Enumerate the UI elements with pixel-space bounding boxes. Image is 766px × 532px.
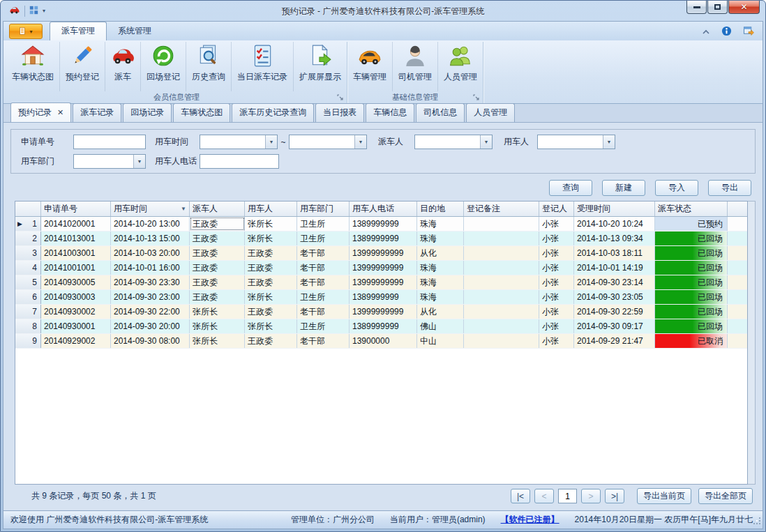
vertical-scrollbar[interactable] xyxy=(748,201,756,485)
table-cell[interactable]: 2014-10-20 10:24 xyxy=(574,217,655,231)
window-switch-icon[interactable] xyxy=(743,26,754,38)
table-cell[interactable]: 张所长 xyxy=(190,305,245,319)
tab-personnel-management[interactable]: 人员管理 xyxy=(466,103,515,122)
close-tab-icon[interactable]: ✕ xyxy=(57,108,63,117)
history-query-button[interactable]: 历史查询 xyxy=(186,42,232,91)
table-cell[interactable]: 老干部 xyxy=(297,261,350,275)
chevron-down-icon[interactable]: ▼ xyxy=(265,135,277,149)
tab-daily-report[interactable]: 当日报表 xyxy=(315,103,364,122)
column-header[interactable]: 用车人 xyxy=(245,202,297,216)
column-header[interactable]: 登记备注 xyxy=(464,202,539,216)
row-selector-cell[interactable]: 2 xyxy=(15,231,41,245)
table-cell[interactable]: 13999999999 xyxy=(350,305,417,319)
ribbon-tab-dispatch-management[interactable]: 派车管理 xyxy=(50,22,107,40)
table-cell[interactable]: 20140930003 xyxy=(41,290,111,304)
column-header[interactable]: 用车部门 xyxy=(297,202,350,216)
table-cell[interactable]: 20140930002 xyxy=(41,305,111,319)
table-cell[interactable]: 13900000 xyxy=(350,334,417,348)
row-selector-cell[interactable]: ▶1 xyxy=(15,217,41,231)
table-cell[interactable]: 张所长 xyxy=(190,334,245,348)
use-time-to-combobox[interactable]: ▼ xyxy=(289,135,367,149)
table-cell[interactable]: 珠海 xyxy=(417,275,464,289)
dispatch-status-cell[interactable]: 已回场 xyxy=(655,246,728,260)
prev-page-button[interactable]: < xyxy=(534,489,554,503)
table-cell[interactable]: 20141020001 xyxy=(41,217,111,231)
column-header[interactable]: 派车人 xyxy=(190,202,245,216)
today-dispatch-records-button[interactable]: 当日派车记录 xyxy=(232,42,294,91)
quick-access-grid-icon[interactable] xyxy=(29,6,38,17)
table-cell[interactable]: 从化 xyxy=(417,305,464,319)
table-cell[interactable]: 王政委 xyxy=(190,217,245,231)
table-cell[interactable] xyxy=(464,261,539,275)
table-cell[interactable]: 老干部 xyxy=(297,305,350,319)
dispatch-status-cell[interactable]: 已回场 xyxy=(655,290,728,304)
ribbon-tab-system-management[interactable]: 系统管理 xyxy=(107,22,163,40)
dispatch-status-cell[interactable]: 已回场 xyxy=(655,275,728,289)
info-icon[interactable] xyxy=(721,26,732,38)
table-row[interactable]: 9201409290022014-09-30 08:00张所长王政委老干部139… xyxy=(15,334,747,349)
first-page-button[interactable]: |< xyxy=(511,489,530,503)
table-cell[interactable]: 张所长 xyxy=(190,319,245,333)
vehicle-management-button[interactable]: 车辆管理 xyxy=(347,42,393,91)
table-cell[interactable]: 张所长 xyxy=(245,217,297,231)
dispatch-status-cell[interactable]: 已预约 xyxy=(655,217,728,231)
table-cell[interactable]: 中山 xyxy=(417,334,464,348)
table-cell[interactable]: 王政委 xyxy=(190,275,245,289)
table-cell[interactable]: 1389999999 xyxy=(350,290,417,304)
dialog-launcher-icon[interactable] xyxy=(473,94,480,101)
table-cell[interactable]: 1389999999 xyxy=(350,231,417,245)
table-cell[interactable]: 卫生所 xyxy=(297,231,350,245)
next-page-button[interactable]: > xyxy=(581,489,601,503)
extended-screen-button[interactable]: 扩展屏显示 xyxy=(294,42,347,91)
table-cell[interactable]: 20140929002 xyxy=(41,334,111,348)
dispatch-status-cell[interactable]: 已回场 xyxy=(655,305,728,319)
table-cell[interactable]: 珠海 xyxy=(417,261,464,275)
tab-reservation-records[interactable]: 预约记录✕ xyxy=(10,102,71,122)
table-cell[interactable]: 20141003001 xyxy=(41,246,111,260)
table-cell[interactable]: 2014-09-30 22:00 xyxy=(111,305,190,319)
query-button[interactable]: 查询 xyxy=(549,180,592,196)
column-header[interactable]: 用车人电话 xyxy=(350,202,417,216)
application-menu-button[interactable]: ▾ xyxy=(9,24,43,39)
quick-access-dropdown-icon[interactable]: ▾ xyxy=(43,8,45,14)
import-button[interactable]: 导入 xyxy=(655,180,698,196)
tab-return-records[interactable]: 回场记录 xyxy=(123,103,172,122)
table-row[interactable]: ▶1201410200012014-10-20 13:00王政委张所长卫生所13… xyxy=(15,217,747,231)
table-cell[interactable]: 王政委 xyxy=(245,246,297,260)
table-cell[interactable] xyxy=(464,319,539,333)
return-register-button[interactable]: 回场登记 xyxy=(141,42,186,91)
table-cell[interactable]: 珠海 xyxy=(417,217,464,231)
export-all-pages-button[interactable]: 导出全部页 xyxy=(698,488,753,504)
user-combobox[interactable]: ▼ xyxy=(537,135,615,149)
table-cell[interactable]: 卫生所 xyxy=(297,217,350,231)
tab-driver-info[interactable]: 司机信息 xyxy=(416,103,465,122)
new-button[interactable]: 新建 xyxy=(602,180,645,196)
table-cell[interactable]: 13999999999 xyxy=(350,246,417,260)
last-page-button[interactable]: >| xyxy=(605,489,624,503)
table-cell[interactable] xyxy=(464,334,539,348)
chevron-down-icon[interactable]: ▼ xyxy=(480,135,492,149)
table-cell[interactable]: 王政委 xyxy=(245,261,297,275)
table-cell[interactable]: 1389999999 xyxy=(350,217,417,231)
tab-dispatch-history-query[interactable]: 派车历史记录查询 xyxy=(232,103,314,122)
table-cell[interactable]: 小张 xyxy=(539,275,574,289)
table-row[interactable]: 4201410010012014-10-01 16:00王政委王政委老干部139… xyxy=(15,261,747,275)
row-selector-header[interactable] xyxy=(15,202,41,216)
table-cell[interactable]: 卫生所 xyxy=(297,290,350,304)
table-cell[interactable] xyxy=(464,246,539,260)
dispatch-status-cell[interactable]: 已回场 xyxy=(655,261,728,275)
table-cell[interactable]: 2014-10-20 13:00 xyxy=(111,217,190,231)
row-selector-cell[interactable]: 8 xyxy=(15,319,41,333)
row-selector-cell[interactable]: 3 xyxy=(15,246,41,260)
table-cell[interactable]: 20141001001 xyxy=(41,261,111,275)
row-selector-cell[interactable]: 4 xyxy=(15,261,41,275)
chevron-down-icon[interactable]: ▼ xyxy=(354,135,366,149)
registration-status-link[interactable]: 【软件已注册】 xyxy=(501,514,560,526)
minimize-button[interactable] xyxy=(686,1,707,14)
table-cell[interactable]: 王政委 xyxy=(190,246,245,260)
table-row[interactable]: 6201409300032014-09-30 23:00王政委张所长卫生所138… xyxy=(15,290,747,305)
column-header[interactable]: 登记人 xyxy=(539,202,574,216)
table-cell[interactable]: 王政委 xyxy=(190,261,245,275)
table-cell[interactable]: 13999999999 xyxy=(350,261,417,275)
column-header[interactable]: 受理时间 xyxy=(574,202,655,216)
